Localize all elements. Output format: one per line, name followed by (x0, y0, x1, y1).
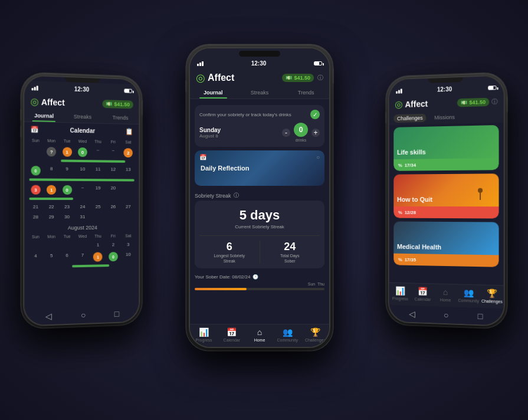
date-label: Sunday (199, 127, 221, 133)
nav-challenges-right[interactable]: 🏆 Challenges (480, 288, 504, 304)
signal-right (396, 88, 402, 93)
info-btn-right[interactable]: ⓘ (491, 97, 497, 106)
nav-community-icon: 👥 (283, 327, 293, 337)
time-left: 12:30 (74, 86, 89, 93)
reflection-cal-icon: 📅 (199, 154, 206, 160)
medical-health-title: Medical Health (397, 243, 441, 251)
bottom-nav-right[interactable]: 📊 Progress 📅 Calendar ⌂ Home 👥 Community… (389, 283, 504, 309)
tab-journal-center[interactable]: Journal (190, 87, 237, 99)
center-content: Confirm your sobriety or track today's d… (190, 99, 329, 324)
nav-home-icon: ⌂ (257, 327, 262, 337)
confirm-check[interactable]: ✓ (310, 110, 320, 119)
nav-challenges-icon: 🏆 (310, 327, 320, 337)
nav-community-label-r: Community (458, 298, 479, 303)
minus-btn[interactable]: - (282, 129, 290, 137)
center-screen: 12:30 ◎ Affect 💵 $41.50 ⓘ (190, 48, 329, 347)
tab-bar-center[interactable]: Journal Streaks Trends (190, 87, 329, 99)
volume-btn-1 (20, 109, 22, 120)
nav-progress-center[interactable]: 📊 Progress (190, 327, 218, 342)
nav-calendar-right[interactable]: 📅 Calendar (411, 287, 434, 302)
cal-week-5: 28 29 30 31 (28, 212, 135, 222)
drink-counter-wrap: - 0 drinks + (282, 123, 320, 142)
tab-streaks-left[interactable]: Streaks (63, 110, 101, 123)
recent-btn-right[interactable]: □ (478, 311, 483, 321)
tab-trends-left[interactable]: Trends (101, 111, 139, 124)
android-nav-right[interactable]: ◁ ○ □ (389, 305, 504, 326)
phone-left: 12:30 ◎ Affect 💵 $41.50 Journal (23, 74, 140, 326)
nav-calendar-center[interactable]: 📅 Calendar (218, 327, 245, 342)
wallet-badge-center: 💵 $41.50 (282, 74, 314, 82)
cal-header-row-2: Sun Mon Tue Wed Thu Fri Sat (28, 232, 135, 240)
figure-silhouette (477, 188, 484, 203)
battery-left (124, 88, 132, 93)
volume-btn-2 (20, 126, 22, 137)
nav-challenges-center[interactable]: 🏆 Challenges (301, 327, 329, 342)
counter-display: 0 drinks (294, 123, 308, 142)
wallet-badge-left: 💵 $41.50 (103, 100, 133, 109)
challenge-medical-health[interactable]: Medical Health % 17/35 (393, 221, 499, 267)
reflection-check-icon: ○ (316, 154, 320, 160)
month-label: August 2024 (28, 224, 135, 231)
sober-date-text: Your Sober Date: 08/02/24 (195, 274, 250, 280)
cal-icon: 📅 (31, 126, 39, 133)
logo-center: ◎ Affect (196, 71, 234, 84)
tab-challenges-right[interactable]: Challenges (393, 114, 426, 123)
tab-missions-right[interactable]: Missions (431, 113, 458, 122)
recent-btn-left[interactable]: □ (114, 309, 119, 319)
home-btn-right[interactable]: ○ (444, 310, 448, 320)
percent-icon-2: % (398, 209, 402, 215)
nav-community-icon-r: 👥 (464, 288, 474, 298)
volume-btn-3 (185, 80, 187, 92)
battery-center (314, 61, 322, 65)
plus-btn[interactable]: + (311, 129, 320, 137)
confirm-row: Confirm your sobriety or track today's d… (199, 110, 320, 119)
info-btn-center[interactable]: ⓘ (317, 74, 323, 82)
progress-bar-row: Sun Thu (195, 282, 324, 290)
life-skills-image: Life skills (393, 125, 499, 159)
challenge-life-skills[interactable]: Life skills % 17/34 (393, 125, 499, 171)
green-bar-aug (72, 264, 109, 267)
power-btn-center (332, 68, 334, 84)
confirm-text: Confirm your sobriety or track today's d… (199, 112, 291, 117)
header-right-center: 💵 $41.50 ⓘ (282, 74, 323, 82)
nav-calendar-label-r: Calendar (415, 297, 431, 301)
nav-home-center[interactable]: ⌂ Home (245, 327, 273, 342)
android-nav-left[interactable]: ◁ ○ □ (24, 305, 139, 326)
tab-journal-left[interactable]: Journal (24, 109, 63, 122)
tab-trends-center[interactable]: Trends (283, 87, 329, 99)
drinks-label: drinks (294, 138, 308, 142)
nav-community-center[interactable]: 👥 Community (274, 327, 301, 342)
back-btn-right[interactable]: ◁ (409, 309, 415, 319)
how-to-quit-progress-text: 12/28 (405, 209, 416, 215)
nav-progress-right[interactable]: 📊 Progress (389, 286, 412, 301)
nav-calendar-icon-r: 📅 (418, 287, 428, 296)
logo-text-right: Affect (405, 99, 428, 109)
reflection-card[interactable]: 📅 Daily Reflection ○ (195, 150, 324, 186)
figure-head (478, 188, 483, 193)
nav-home-icon-r: ⌂ (443, 287, 448, 297)
phone-center: 12:30 ◎ Affect 💵 $41.50 ⓘ (189, 47, 330, 348)
aug-week-2: 4 5 6 7 1 0 10 (28, 250, 135, 265)
wallet-icon-center: 💵 (286, 75, 292, 81)
app-scene: 12:30 ◎ Affect 💵 $41.50 Journal (0, 0, 528, 420)
stat-longest: 6 Longest SobrietyStreak (199, 241, 260, 264)
nav-progress-icon-r: 📊 (395, 286, 405, 296)
home-btn-left[interactable]: ○ (81, 310, 86, 320)
logo-right: ◎ Affect (395, 98, 428, 110)
nav-home-right[interactable]: ⌂ Home (434, 287, 457, 303)
progress-labels: Sun Thu (195, 282, 324, 286)
nav-community-right[interactable]: 👥 Community (457, 288, 480, 303)
drinks-count: 0 (294, 123, 308, 137)
tab-streaks-center[interactable]: Streaks (237, 87, 283, 99)
bottom-nav-center[interactable]: 📊 Progress 📅 Calendar ⌂ Home 👥 Community… (190, 324, 329, 347)
date-info: Sunday August 8 (199, 127, 221, 139)
percent-icon-1: % (398, 162, 402, 168)
life-skills-title: Life skills (397, 149, 426, 156)
phone-right: 12:30 ◎ Affect 💵 $41.50 ⓘ (388, 74, 505, 326)
nav-progress-label-r: Progress (392, 296, 408, 301)
green-bar-1 (61, 160, 125, 163)
how-to-quit-progress: % 12/28 (393, 206, 499, 219)
green-bar-2 (29, 178, 134, 181)
challenge-how-to-quit[interactable]: How to Quit % 12/28 (393, 173, 499, 218)
back-btn-left[interactable]: ◁ (45, 311, 52, 321)
